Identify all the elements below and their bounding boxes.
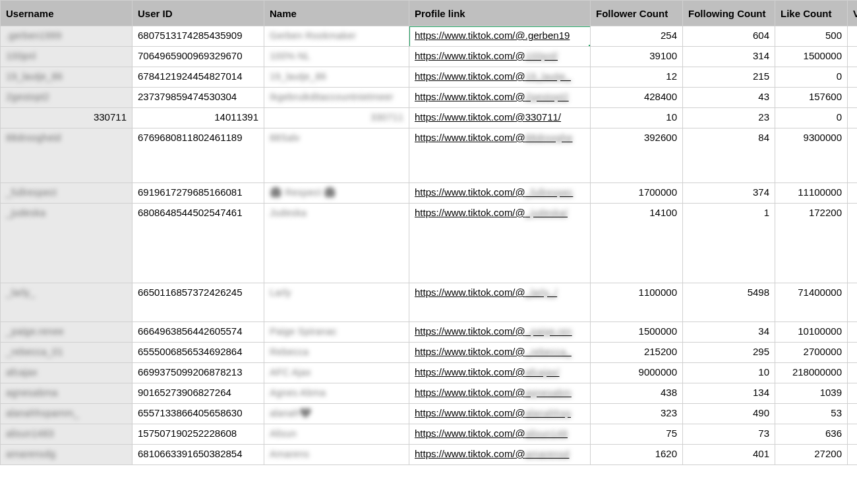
cell-username[interactable]: agnesabma xyxy=(1,383,133,404)
cell-follower-count[interactable]: 254 xyxy=(591,26,683,47)
profile-link[interactable]: https://www.tiktok.com/@_larly_/ xyxy=(415,287,557,298)
cell-like-count[interactable]: 1039 xyxy=(775,383,848,404)
cell-follower-count[interactable]: 10 xyxy=(591,108,683,128)
cell-v[interactable] xyxy=(848,108,858,128)
cell-follower-count[interactable]: 14100 xyxy=(591,204,683,283)
cell-profile-link[interactable]: https://www.tiktok.com/@afcajax/ xyxy=(409,363,591,383)
cell-like-count[interactable]: 53 xyxy=(775,404,848,424)
cell-name[interactable]: AFC Ajax xyxy=(264,363,409,383)
cell-like-count[interactable]: 218000000 xyxy=(775,363,848,383)
cell-profile-link[interactable]: https://www.tiktok.com/@_judeska/ xyxy=(409,204,591,283)
cell-name[interactable]: Rebecca xyxy=(264,343,409,363)
cell-like-count[interactable]: 9300000 xyxy=(775,128,848,183)
cell-follower-count[interactable]: 39100 xyxy=(591,47,683,67)
cell-userid[interactable]: 6810663391650382854 xyxy=(133,445,264,465)
cell-username[interactable]: 88droogheid xyxy=(1,128,133,183)
cell-follower-count[interactable]: 1100000 xyxy=(591,283,683,322)
cell-follower-count[interactable]: 1500000 xyxy=(591,322,683,343)
cell-username[interactable]: .gerben1999 xyxy=(1,26,133,47)
profile-link[interactable]: https://www.tiktok.com/@_paige.ren xyxy=(415,325,572,337)
cell-follower-count[interactable]: 392600 xyxy=(591,128,683,183)
cell-following-count[interactable]: 34 xyxy=(683,322,775,343)
cell-follower-count[interactable]: 9000000 xyxy=(591,363,683,383)
cell-follower-count[interactable]: 323 xyxy=(591,404,683,424)
cell-userid[interactable]: 7064965900969329670 xyxy=(133,47,264,67)
cell-following-count[interactable]: 490 xyxy=(683,404,775,424)
cell-userid[interactable]: 6650116857372426245 xyxy=(133,283,264,322)
cell-profile-link[interactable]: https://www.tiktok.com/@alanahhsp xyxy=(409,404,591,424)
cell-name[interactable]: Amarens xyxy=(264,445,409,465)
cell-username[interactable]: amarensdg xyxy=(1,445,133,465)
cell-following-count[interactable]: 134 xyxy=(683,383,775,404)
cell-like-count[interactable]: 500 xyxy=(775,26,848,47)
cell-v[interactable] xyxy=(848,67,858,88)
cell-profile-link[interactable]: https://www.tiktok.com/@_larly_/ xyxy=(409,283,591,322)
cell-name[interactable]: Judeska xyxy=(264,204,409,283)
cell-following-count[interactable]: 5498 xyxy=(683,283,775,322)
profile-link[interactable]: https://www.tiktok.com/@_judeska/ xyxy=(415,207,568,218)
profile-link[interactable]: https://www.tiktok.com/@88drooghe xyxy=(415,132,573,143)
cell-userid[interactable]: 6557133866405658630 xyxy=(133,404,264,424)
cell-name[interactable]: Alisun xyxy=(264,424,409,445)
cell-username[interactable]: alisun1483 xyxy=(1,424,133,445)
cell-name[interactable]: Larly xyxy=(264,283,409,322)
cell-v[interactable] xyxy=(848,383,858,404)
col-header-profilelink[interactable]: Profile link xyxy=(409,1,591,26)
cell-userid[interactable]: 157507190252228608 xyxy=(133,424,264,445)
cell-following-count[interactable]: 604 xyxy=(683,26,775,47)
col-header-name[interactable]: Name xyxy=(264,1,409,26)
cell-v[interactable] xyxy=(848,88,858,108)
cell-username[interactable]: 100pnl xyxy=(1,47,133,67)
cell-v[interactable] xyxy=(848,204,858,283)
cell-like-count[interactable]: 172200 xyxy=(775,204,848,283)
cell-username[interactable]: afcajax xyxy=(1,363,133,383)
cell-username[interactable]: alanahhspamm_ xyxy=(1,404,133,424)
profile-link[interactable]: https://www.tiktok.com/@alanahhsp xyxy=(415,407,571,418)
cell-like-count[interactable]: 1500000 xyxy=(775,47,848,67)
cell-like-count[interactable]: 0 xyxy=(775,108,848,128)
cell-profile-link[interactable]: https://www.tiktok.com/@alisun148 xyxy=(409,424,591,445)
cell-userid[interactable]: 6808648544502547461 xyxy=(133,204,264,283)
cell-profile-link[interactable]: https://www.tiktok.com/@_rebecca_ xyxy=(409,343,591,363)
cell-name[interactable]: 88Salv xyxy=(264,128,409,183)
cell-username[interactable]: _rebecca_01 xyxy=(1,343,133,363)
profile-link[interactable]: https://www.tiktok.com/@agnesabm xyxy=(415,387,572,398)
profile-link[interactable]: https://www.tiktok.com/@_fullrespec xyxy=(415,186,573,198)
cell-profile-link[interactable]: https://www.tiktok.com/@amarensd xyxy=(409,445,591,465)
cell-v[interactable] xyxy=(848,47,858,67)
cell-username[interactable]: _judeska xyxy=(1,204,133,283)
cell-follower-count[interactable]: 1700000 xyxy=(591,183,683,204)
profile-link[interactable]: https://www.tiktok.com/@_rebecca_ xyxy=(415,346,572,357)
cell-following-count[interactable]: 401 xyxy=(683,445,775,465)
profile-link[interactable]: https://www.tiktok.com/@alisun148 xyxy=(415,428,568,439)
profile-link[interactable]: https://www.tiktok.com/@amarensd xyxy=(415,448,569,459)
col-header-v[interactable]: V xyxy=(848,1,858,26)
cell-following-count[interactable]: 295 xyxy=(683,343,775,363)
cell-like-count[interactable]: 27200 xyxy=(775,445,848,465)
col-header-username[interactable]: Username xyxy=(1,1,133,26)
profile-link[interactable]: https://www.tiktok.com/@afcajax/ xyxy=(415,366,559,378)
cell-username[interactable]: _larly_ xyxy=(1,283,133,322)
cell-userid[interactable]: 6769680811802461189 xyxy=(133,128,264,183)
cell-v[interactable] xyxy=(848,343,858,363)
col-header-followers[interactable]: Follower Count xyxy=(591,1,683,26)
cell-userid[interactable]: 237379859474530304 xyxy=(133,88,264,108)
cell-following-count[interactable]: 215 xyxy=(683,67,775,88)
cell-username[interactable]: 330711 xyxy=(1,108,133,128)
cell-following-count[interactable]: 1 xyxy=(683,204,775,283)
profile-link[interactable]: https://www.tiktok.com/@19_lautje_ xyxy=(415,70,571,82)
cell-like-count[interactable]: 71400000 xyxy=(775,283,848,322)
col-header-likes[interactable]: Like Count xyxy=(775,1,848,26)
cell-userid[interactable]: 6919617279685166081 xyxy=(133,183,264,204)
cell-userid[interactable]: 14011391 xyxy=(133,108,264,128)
profile-link[interactable]: https://www.tiktok.com/@100pnl/ xyxy=(415,50,558,61)
cell-following-count[interactable]: 10 xyxy=(683,363,775,383)
cell-v[interactable] xyxy=(848,128,858,183)
profile-link[interactable]: https://www.tiktok.com/@330711/ xyxy=(415,111,561,123)
cell-v[interactable] xyxy=(848,424,858,445)
cell-username[interactable]: _fullrespect xyxy=(1,183,133,204)
cell-name[interactable]: Agnes Abma xyxy=(264,383,409,404)
cell-like-count[interactable]: 10100000 xyxy=(775,322,848,343)
cell-v[interactable] xyxy=(848,26,858,47)
cell-profile-link[interactable]: https://www.tiktok.com/@19_lautje_ xyxy=(409,67,591,88)
